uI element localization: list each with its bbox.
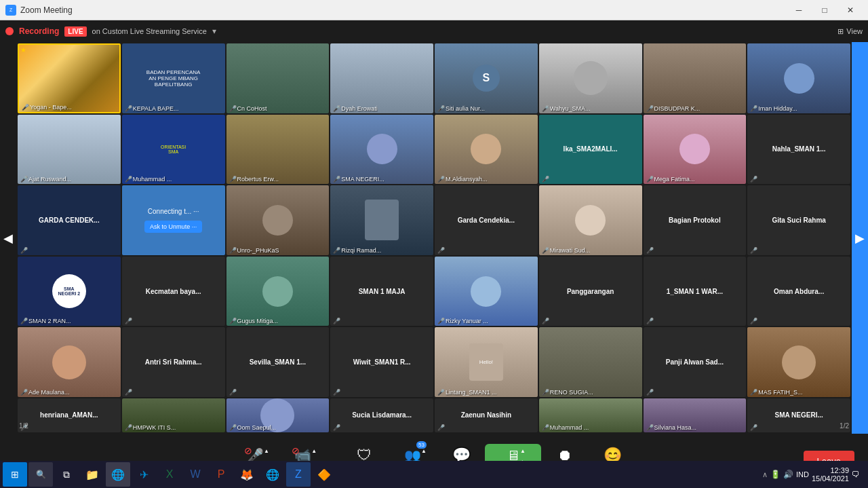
- video-tile-43: 🎤 Oom Saepul...: [226, 398, 330, 432]
- tile-name-43: Oom Saepul...: [237, 424, 277, 431]
- taskbar-excel[interactable]: X: [157, 462, 182, 487]
- video-tile-36: Wiwit_SMAN1 R... 🎤: [330, 327, 433, 397]
- speaker-icon: 🔊: [783, 470, 793, 479]
- tile-name-9: Ajat Ruswand...: [28, 176, 71, 183]
- taskbar-chrome[interactable]: 🌐: [260, 462, 285, 487]
- mute-icon-26: 🎤: [125, 318, 132, 324]
- maximize-button[interactable]: □: [812, 0, 837, 22]
- video-tile-17: GARDA CENDEK... 🎤: [18, 185, 121, 255]
- top-toolbar: Recording LIVE on Custom Live Streaming …: [0, 20, 868, 42]
- video-tile-14: Ika_SMA2MALI... 🎤: [539, 115, 642, 185]
- tile-label-17: GARDA CENDEK...: [37, 215, 101, 225]
- mute-icon-6: 🎤: [542, 105, 549, 112]
- tile-name-47: Silviana Hasa...: [654, 424, 697, 431]
- video-tile-8: 🎤 Iman Hidday...: [747, 43, 850, 113]
- tile-label-44: Sucia Lisdamara...: [351, 410, 413, 420]
- video-tile-42: 🎤 HMPWK ITI S...: [122, 398, 225, 432]
- grid-icon: ⊞: [837, 27, 844, 36]
- video-tile-40: 🎤 MAS FATIH_S...: [747, 327, 850, 397]
- taskbar-word[interactable]: W: [183, 462, 208, 487]
- video-tile-38: 🎤 RENO SUGIA...: [539, 327, 642, 397]
- video-tile-21: Garda Cendekia... 🎤: [435, 185, 538, 255]
- mute-icon-31: 🎤: [646, 318, 654, 324]
- tile-name-46: Muhammad ...: [550, 424, 589, 431]
- mute-icon-38: 🎤: [542, 389, 549, 396]
- video-tile-19: 🎤 Unro-_PHuKaS: [226, 185, 330, 255]
- video-tile-15: 🎤 Mega Fatima...: [644, 115, 747, 185]
- mute-icon-29: 🎤: [437, 318, 445, 324]
- video-tile-44: Sucia Lisdamara... 🎤: [330, 398, 433, 432]
- taskbar-zoom[interactable]: Z: [286, 462, 311, 487]
- mute-icon-37: 🎤: [437, 389, 445, 396]
- taskbar-powerpoint[interactable]: P: [209, 462, 233, 487]
- video-tile-46: 🎤 Muhammad ...: [539, 398, 642, 432]
- tile-name-5: Siti aulia Nur...: [446, 105, 485, 112]
- mute-icon-11: 🎤: [229, 176, 237, 183]
- tile-label-31: 1_SMAN 1 WAR...: [665, 286, 724, 297]
- video-tile-30: Panggarangan 🎤: [539, 257, 642, 326]
- minimize-button[interactable]: ─: [787, 0, 811, 22]
- task-view-button[interactable]: ⧉: [54, 462, 79, 487]
- mute-icon-20: 🎤: [333, 247, 340, 254]
- video-tile-31: 1_SMAN 1 WAR... 🎤: [644, 257, 747, 326]
- taskbar-vlc[interactable]: 🔶: [312, 462, 336, 487]
- mute-icon-8: 🎤: [750, 105, 757, 112]
- system-clock: 12:39 15/04/2021: [812, 466, 849, 483]
- prev-page-button[interactable]: ◀: [0, 42, 16, 434]
- taskbar-edge[interactable]: 🌐: [106, 462, 130, 487]
- start-button[interactable]: ⊞: [3, 462, 27, 487]
- tile-name-38: RENO SUGIA...: [550, 389, 593, 396]
- notification-icon[interactable]: 🗨: [852, 470, 860, 479]
- language-label: IND: [796, 470, 809, 478]
- mute-icon-44: 🎤: [333, 424, 340, 431]
- titlebar: Z Zoom Meeting ─ □ ✕: [0, 0, 868, 20]
- tile-label-24: Gita Suci Rahma: [770, 215, 827, 225]
- next-page-button[interactable]: ▶: [852, 42, 868, 434]
- toolbar-right: ⊞ View: [837, 27, 863, 36]
- clock-time: 12:39: [812, 466, 849, 474]
- video-tile-1: ★ 🎤 Yogan - Bape...: [18, 43, 121, 113]
- window-title: Zoom Meeting: [20, 5, 787, 15]
- view-button[interactable]: ⊞ View: [837, 27, 863, 36]
- video-tile-35: Sevilla_SMAN 1... 🎤: [226, 327, 330, 397]
- search-button[interactable]: 🔍: [28, 462, 53, 487]
- battery-icon: 🔋: [770, 470, 781, 479]
- mute-icon-23: 🎤: [646, 247, 654, 254]
- mute-icon-13: 🎤: [437, 176, 445, 183]
- tile-label-45: Zaenun Nasihin: [460, 410, 513, 420]
- tile-name-22: Mirawati Sud...: [550, 247, 591, 254]
- taskbar-firefox[interactable]: 🦊: [235, 462, 259, 487]
- video-tile-33: 🎤 Ade Maulana...: [18, 327, 121, 397]
- taskbar-telegram[interactable]: ✈: [132, 462, 156, 487]
- video-tile-22: 🎤 Mirawati Sud...: [539, 185, 642, 255]
- tile-label-48: SMA NEGERI...: [773, 410, 824, 420]
- video-tile-25: SMANEGERI 2 🎤 SMAN 2 RAN...: [18, 257, 121, 326]
- video-tile-10: ORIENTASISMA 🎤 Muhammad ...: [122, 115, 225, 185]
- tile-label-16: Nahla_SMAN 1...: [771, 144, 827, 154]
- dropdown-arrow[interactable]: ▾: [212, 26, 216, 36]
- tile-label-30: Panggarangan: [566, 286, 615, 297]
- share-arrow: ▲: [520, 448, 526, 454]
- mute-icon-45: 🎤: [437, 424, 445, 431]
- taskbar-system-tray: ∧ 🔋 🔊 IND 12:39 15/04/2021 🗨: [762, 466, 865, 483]
- mute-icon-4: 🎤: [333, 105, 340, 112]
- mute-icon-39: 🎤: [646, 389, 654, 396]
- video-tile-23: Bagian Protokol 🎤: [644, 185, 747, 255]
- page-indicator-left: 1/2: [19, 422, 28, 430]
- video-tile-24: Gita Suci Rahma 🎤: [747, 185, 850, 255]
- mute-icon-34: 🎤: [125, 389, 132, 396]
- mute-icon-30: 🎤: [542, 318, 549, 324]
- video-tile-7: 🎤 DISBUDPAR K...: [644, 43, 747, 113]
- taskbar-explorer[interactable]: 📁: [80, 462, 104, 487]
- close-button[interactable]: ✕: [838, 0, 863, 22]
- tile-name-11: Robertus Erw...: [237, 176, 279, 183]
- page-indicator-right: 1/2: [840, 422, 849, 430]
- video-tile-39: Panji Alwan Sad... 🎤: [644, 327, 747, 397]
- video-tile-18: Connecting t... ··· Ask to Unmute ···: [122, 185, 225, 255]
- video-tile-45: Zaenun Nasihin 🎤: [435, 398, 538, 432]
- ask-unmute-button[interactable]: Ask to Unmute ···: [144, 221, 202, 233]
- mute-icon-3: 🎤: [229, 105, 237, 112]
- tile-name-27: Gugus Mitiga...: [237, 318, 279, 324]
- tile-name-20: Rizqi Ramad...: [341, 247, 381, 254]
- tile-name-3: Cn CoHost: [237, 105, 267, 112]
